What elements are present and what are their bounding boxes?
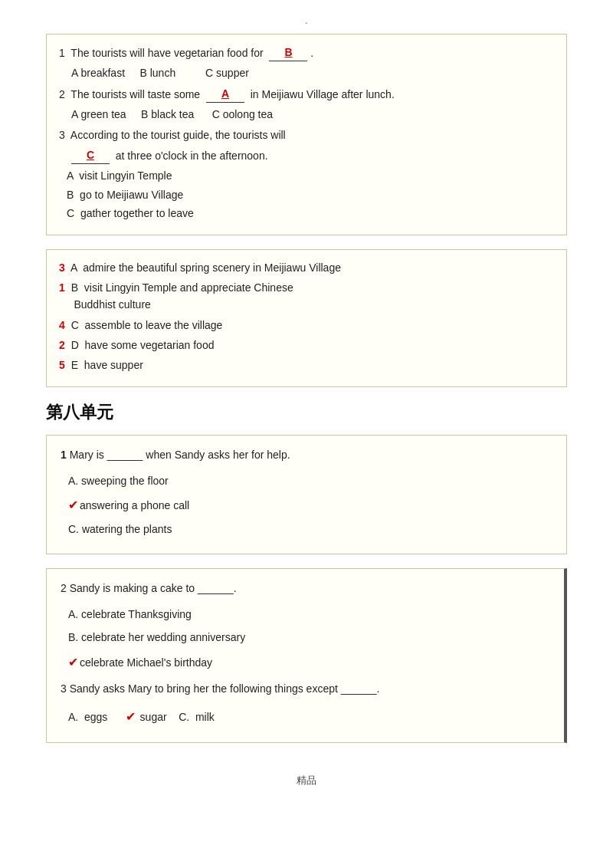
q2-option-b: B. celebrate her wedding anniversary (68, 629, 550, 647)
q3-answer: C (71, 146, 110, 164)
q1-text: 1 The tourists will have vegetarian food… (59, 44, 554, 61)
q2-question-text: 2 Sandy is making a cake to ______. (61, 580, 550, 598)
q3-text: 3 According to the tourist guide, the to… (59, 127, 554, 143)
footer-text: 精品 (46, 774, 567, 787)
q1-answer: B (269, 44, 307, 61)
q3-sub-options: A visit Lingyin Temple B go to Meijiawu … (67, 167, 554, 222)
question1-card: 1 Mary is ______ when Sandy asks her for… (46, 435, 567, 555)
dot-separator: . (46, 15, 567, 26)
correct-mark-sugar: ✔ (126, 706, 136, 727)
q2-option-c: ✔celebrate Michael's birthday (68, 652, 550, 672)
q2-option-a: A. celebrate Thanksgiving (68, 606, 550, 624)
q3-question-text: 3 Sandy asks Mary to bring her the follo… (61, 680, 550, 699)
q1-option-a: A. sweeping the floor (68, 472, 552, 491)
section2-box: 3 A admire the beautiful spring scenery … (46, 249, 567, 387)
q1-options: A breakfast B lunch C supper (71, 64, 554, 81)
q1-option-c: C. watering the plants (68, 521, 552, 539)
q1-question-text: 1 Mary is ______ when Sandy asks her for… (61, 446, 552, 465)
q1-option-b: ✔answering a phone call (68, 495, 552, 515)
q2-text: 2 The tourists will taste some A in Meij… (59, 85, 554, 103)
correct-mark-c: ✔ (68, 652, 78, 672)
q3-options-inline: A. eggs ✔ sugar C. milk (68, 706, 550, 727)
q2-answer: A (206, 85, 244, 103)
section1-box: 1 The tourists will have vegetarian food… (46, 34, 567, 235)
correct-mark-b: ✔ (68, 495, 78, 515)
q3-answer-line: C at three o'clock in the afternoon. (71, 146, 554, 164)
question23-card: 2 Sandy is making a cake to ______. A. c… (46, 568, 567, 743)
section-title: 第八单元 (46, 401, 567, 424)
q2-options: A green tea B black tea C oolong tea (71, 106, 554, 123)
